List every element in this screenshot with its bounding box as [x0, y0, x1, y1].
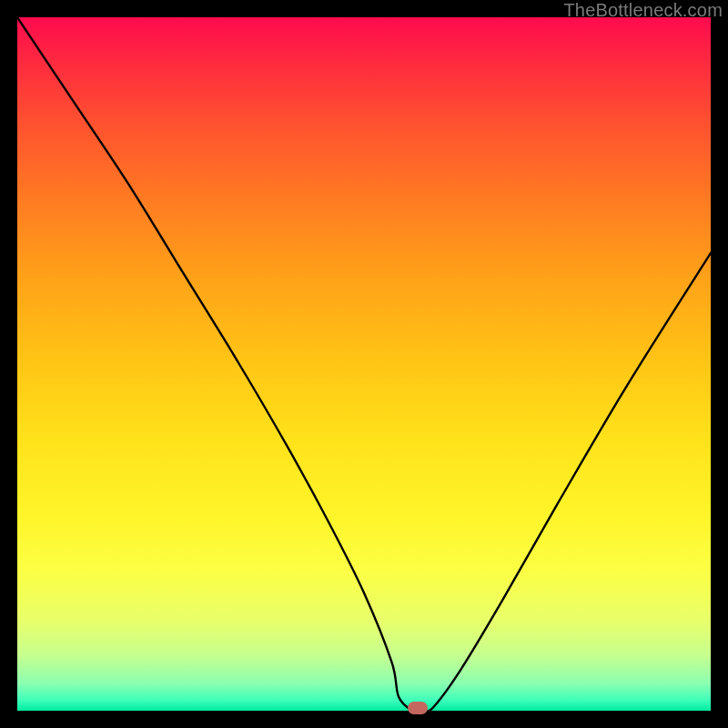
bottleneck-curve — [17, 17, 711, 711]
chart-frame: TheBottleneck.com — [0, 0, 728, 728]
plot-area — [17, 17, 711, 711]
optimal-marker — [408, 702, 428, 714]
